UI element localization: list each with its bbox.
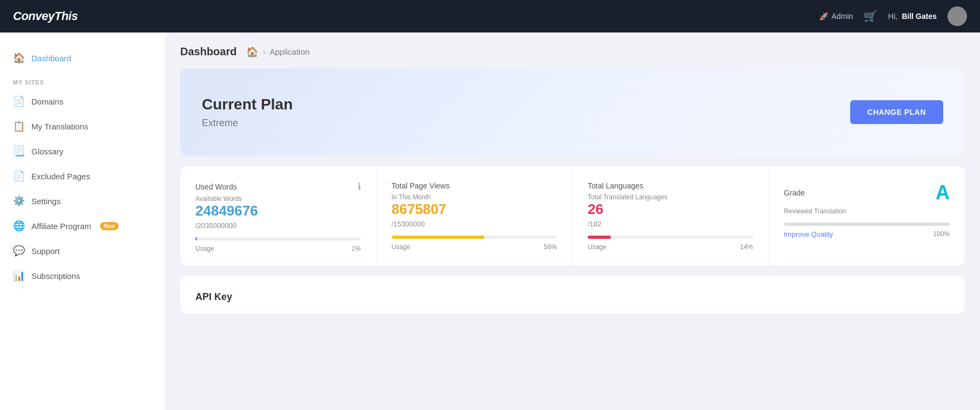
usage-label-page-views: Usage — [392, 243, 411, 251]
stat-value-languages: 26 — [588, 201, 603, 218]
stat-header-languages: Total Languages — [588, 181, 753, 190]
usage-label-used-words: Usage — [195, 245, 214, 252]
stat-value-page-views: 8675807 — [392, 201, 446, 218]
stat-header-page-views: Total Page Views — [392, 181, 557, 190]
stat-denom-page-views: /15300000 — [392, 220, 557, 228]
stat-total-languages: Total Languages Total Translated Languag… — [573, 166, 769, 265]
sidebar-item-subscriptions[interactable]: 📊 Subscriptions — [0, 263, 165, 288]
affiliate-icon: 🌐 — [13, 220, 25, 232]
stat-header-used-words: Used Words ℹ — [195, 181, 361, 192]
breadcrumb: Dashboard 🏠 › Application — [180, 45, 965, 58]
improve-quality-link[interactable]: Improve Quality — [784, 230, 833, 238]
rocket-icon: 🚀 — [819, 12, 828, 21]
progress-fill-grade — [784, 223, 950, 226]
sidebar-item-label: Settings — [31, 197, 61, 206]
sidebar: 🏠 Dashboard MY SITES 📄 Domains 📋 My Tran… — [0, 32, 165, 410]
stat-value-used-words: 24849676 — [195, 203, 258, 219]
stat-footer-page-views: Usage 56% — [392, 243, 557, 251]
sidebar-item-label: Domains — [31, 97, 63, 106]
help-icon-used-words[interactable]: ℹ — [358, 181, 361, 192]
admin-label: Admin — [832, 12, 853, 21]
usage-value-languages: 14% — [740, 243, 753, 251]
sidebar-item-affiliate-program[interactable]: 🌐 Affiliate Program New — [0, 213, 165, 238]
sidebar-item-support[interactable]: 💬 Support — [0, 238, 165, 263]
logo: ConveyThis — [13, 9, 78, 23]
stat-footer-grade: Improve Quality 100% — [784, 230, 950, 238]
sidebar-item-label: Subscriptions — [31, 271, 80, 281]
usage-value-grade: 100% — [933, 230, 950, 238]
sidebar-item-label: Support — [31, 246, 60, 256]
stat-footer-languages: Usage 14% — [588, 243, 753, 251]
progress-wrap-languages — [588, 236, 753, 239]
stat-sub-grade: Reviewed Translation — [784, 207, 950, 215]
home-breadcrumb-icon: 🏠 — [246, 46, 258, 58]
cart-icon[interactable]: 🛒 — [864, 10, 877, 23]
main-content: Dashboard 🏠 › Application Current Plan E… — [165, 32, 980, 410]
sidebar-item-domains[interactable]: 📄 Domains — [0, 89, 165, 114]
support-icon: 💬 — [13, 245, 25, 257]
user-greeting: Hi, Bill Gates — [888, 12, 937, 21]
usage-value-used-words: 1% — [351, 245, 360, 252]
progress-wrap-used-words — [195, 237, 361, 240]
progress-wrap-grade — [784, 223, 950, 226]
sidebar-item-label: Glossary — [31, 147, 63, 156]
stat-label-languages: Total Languages — [588, 181, 643, 190]
settings-icon: ⚙️ — [13, 195, 25, 207]
stat-label-grade: Grade — [784, 188, 805, 197]
glossary-icon: 📃 — [13, 145, 25, 157]
grade-letter: A — [936, 181, 950, 204]
layout: 🏠 Dashboard MY SITES 📄 Domains 📋 My Tran… — [0, 32, 980, 410]
stat-used-words: Used Words ℹ Available Words 24849676 /2… — [180, 166, 377, 265]
stat-grade: Grade A Reviewed Translation Improve Qua… — [769, 166, 965, 265]
translations-icon: 📋 — [13, 120, 25, 132]
api-key-card: API Key — [180, 276, 965, 314]
plan-info: Current Plan Extreme — [202, 96, 293, 129]
stat-value-row-used-words: 24849676 — [195, 203, 361, 219]
progress-fill-languages — [588, 236, 611, 239]
stat-value-row-languages: 26 — [588, 201, 753, 218]
stat-denom-languages: /182 — [588, 220, 753, 228]
usage-label-languages: Usage — [588, 243, 607, 251]
plan-name: Extreme — [202, 118, 293, 129]
plan-title: Current Plan — [202, 96, 293, 113]
sidebar-item-excluded-pages[interactable]: 📄 Excluded Pages — [0, 164, 165, 188]
stat-footer-used-words: Usage 1% — [195, 245, 361, 252]
domains-icon: 📄 — [13, 95, 25, 107]
user-name: Bill Gates — [902, 12, 937, 21]
sidebar-item-label: My Translations — [31, 122, 88, 131]
stats-row: Used Words ℹ Available Words 24849676 /2… — [180, 166, 965, 265]
stat-header-grade: Grade A — [784, 181, 950, 204]
stat-sub-languages: Total Translated Languages — [588, 193, 753, 201]
progress-wrap-page-views — [392, 236, 557, 239]
progress-fill-page-views — [392, 236, 484, 239]
stat-denom-used-words: /2035000000 — [195, 222, 361, 230]
sidebar-item-label: Dashboard — [31, 54, 71, 63]
change-plan-button[interactable]: CHANGE PLAN — [850, 100, 943, 124]
home-icon: 🏠 — [13, 52, 25, 64]
topnav: ConveyThis 🚀 Admin 🛒 Hi, Bill Gates — [0, 0, 980, 32]
api-key-title: API Key — [195, 291, 950, 303]
topnav-right: 🚀 Admin 🛒 Hi, Bill Gates — [819, 6, 967, 26]
excluded-pages-icon: 📄 — [13, 170, 25, 182]
new-badge: New — [100, 222, 119, 230]
sidebar-item-my-translations[interactable]: 📋 My Translations — [0, 114, 165, 139]
usage-value-page-views: 56% — [544, 243, 557, 251]
stat-value-row-page-views: 8675807 — [392, 201, 557, 218]
plan-card: Current Plan Extreme CHANGE PLAN — [180, 69, 965, 155]
sidebar-item-dashboard[interactable]: 🏠 Dashboard — [0, 45, 165, 70]
avatar[interactable] — [948, 6, 967, 26]
breadcrumb-current: Application — [269, 47, 309, 56]
stat-label-used-words: Used Words — [195, 183, 237, 191]
sidebar-item-label: Excluded Pages — [31, 172, 90, 181]
admin-link[interactable]: 🚀 Admin — [819, 12, 853, 21]
sidebar-item-settings[interactable]: ⚙️ Settings — [0, 188, 165, 213]
page-title: Dashboard — [180, 45, 236, 58]
progress-fill-used-words — [195, 237, 197, 240]
stat-label-page-views: Total Page Views — [392, 181, 450, 190]
sidebar-section-label: MY SITES — [0, 70, 165, 89]
sidebar-item-glossary[interactable]: 📃 Glossary — [0, 139, 165, 164]
hi-label: Hi, — [888, 12, 897, 21]
sidebar-item-label: Affiliate Program — [31, 222, 91, 231]
stat-total-page-views: Total Page Views In This Month 8675807 /… — [377, 166, 573, 265]
breadcrumb-separator: › — [262, 47, 265, 56]
